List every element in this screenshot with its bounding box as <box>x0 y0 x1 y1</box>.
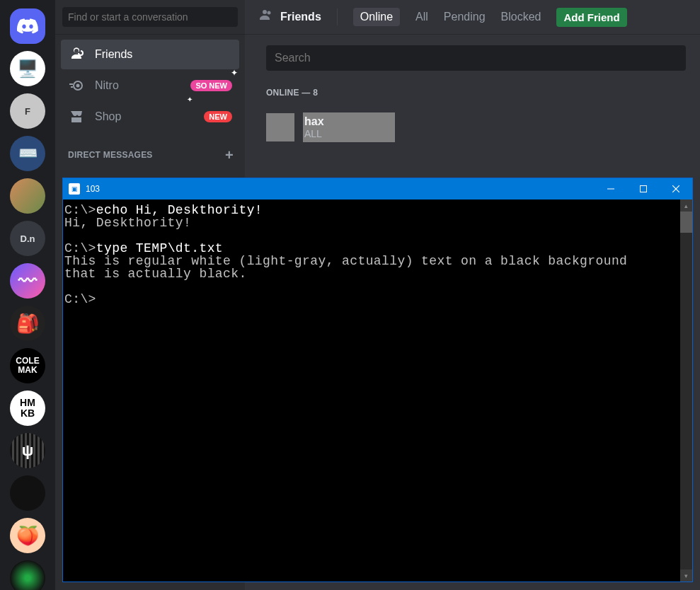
server-icon[interactable]: D.n <box>10 221 45 256</box>
tab-all[interactable]: All <box>415 11 428 23</box>
friends-search-input[interactable] <box>266 45 686 71</box>
server-icon[interactable]: ψ <box>10 433 45 468</box>
nav-friends-label: Friends <box>95 48 132 61</box>
tab-blocked[interactable]: Blocked <box>501 11 541 23</box>
avatar <box>266 113 294 141</box>
server-icon[interactable] <box>10 475 45 511</box>
sparkle-icon: ✦ <box>187 96 193 103</box>
conversation-search <box>55 0 245 34</box>
friends-icon <box>68 46 85 63</box>
nitro-icon <box>68 77 85 94</box>
nav-nitro-label: Nitro <box>95 79 119 92</box>
server-icon[interactable]: COLE MAK <box>10 348 45 383</box>
page-title-label: Friends <box>280 11 321 23</box>
scroll-down-button[interactable]: ▾ <box>680 569 692 582</box>
svg-rect-3 <box>71 86 73 88</box>
close-button[interactable] <box>660 178 692 199</box>
nav-friends[interactable]: Friends <box>61 40 239 69</box>
friend-row[interactable]: hax ALL <box>266 106 686 149</box>
cmd-icon: ▣ <box>69 183 80 195</box>
sparkle-icon: ✦ <box>231 68 238 78</box>
friends-icon <box>256 7 273 27</box>
nav-shop[interactable]: Shop NEW <box>61 102 239 132</box>
maximize-button[interactable] <box>627 178 660 199</box>
online-section-label: ONLINE — 8 <box>245 82 700 103</box>
conversation-search-input[interactable] <box>62 7 238 27</box>
dm-header-label: DIRECT MESSAGES <box>68 150 153 160</box>
titlebar[interactable]: ▣ 103 <box>63 178 692 199</box>
friend-info: hax ALL <box>303 112 395 142</box>
tab-pending[interactable]: Pending <box>444 11 486 23</box>
server-rail: 🖥️ F ⌨️ D.n 〰 🎒 COLE MAK HM KB ψ 🍑 <box>0 0 55 590</box>
dm-header: DIRECT MESSAGES + <box>55 137 245 163</box>
scroll-up-button[interactable]: ▴ <box>680 199 692 212</box>
shop-badge: NEW <box>204 111 232 122</box>
svg-point-1 <box>76 84 80 88</box>
server-icon[interactable]: ⌨️ <box>10 136 45 171</box>
svg-point-4 <box>268 11 271 15</box>
server-icon[interactable]: HM KB <box>10 391 45 426</box>
nav-nitro[interactable]: Nitro SO NEW ✦ ✦ <box>61 71 239 100</box>
tab-online[interactable]: Online <box>353 8 400 26</box>
server-icon[interactable]: 〰 <box>10 263 45 299</box>
shop-icon <box>68 108 85 125</box>
discord-home-icon[interactable] <box>10 8 45 44</box>
server-icon[interactable]: F <box>10 93 45 129</box>
server-icon[interactable] <box>10 560 45 590</box>
friend-status: ALL <box>304 128 395 139</box>
console-output[interactable]: C:\>echo Hi, Deskthority! Hi, Deskthorit… <box>63 199 680 582</box>
console-window[interactable]: ▣ 103 C:\>echo Hi, Deskthority! Hi, Desk… <box>63 178 692 582</box>
minimize-button[interactable] <box>595 178 627 199</box>
window-title: 103 <box>86 184 100 194</box>
svg-rect-2 <box>69 83 73 85</box>
server-icon[interactable]: 🎒 <box>10 306 45 341</box>
svg-rect-6 <box>641 186 647 192</box>
friends-search <box>245 34 700 82</box>
page-title: Friends <box>256 7 321 27</box>
server-icon[interactable]: 🍑 <box>10 518 45 553</box>
nitro-badge: SO NEW <box>190 80 232 91</box>
scroll-thumb[interactable] <box>680 212 692 233</box>
friend-name: hax <box>304 115 395 128</box>
divider <box>337 8 338 25</box>
topbar: Friends Online All Pending Blocked Add F… <box>245 0 700 34</box>
nav-shop-label: Shop <box>95 110 121 123</box>
server-icon[interactable] <box>10 178 45 214</box>
scroll-track[interactable] <box>680 233 692 569</box>
server-icon[interactable]: 🖥️ <box>10 51 45 86</box>
create-dm-button[interactable]: + <box>225 151 234 159</box>
add-friend-button[interactable]: Add Friend <box>556 8 626 27</box>
scrollbar[interactable]: ▴ ▾ <box>680 199 692 582</box>
